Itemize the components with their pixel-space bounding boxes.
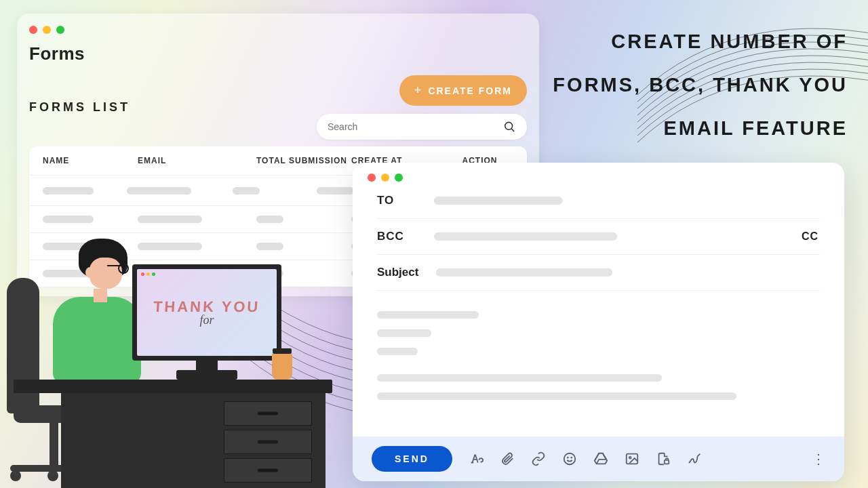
svg-rect-19 [665, 460, 669, 464]
maximize-icon[interactable] [395, 174, 403, 182]
col-total: TOTAL SUBMISSION [256, 156, 351, 165]
create-form-label: CREATE FORM [428, 85, 512, 96]
subject-input[interactable] [436, 268, 612, 277]
coffee-cup-illustration [271, 348, 293, 380]
more-options-icon[interactable]: ⋮ [812, 451, 825, 467]
attachment-icon[interactable] [500, 451, 515, 466]
col-email: EMAIL [138, 156, 256, 165]
page-title: Forms [29, 43, 527, 64]
email-body[interactable] [353, 295, 844, 436]
list-heading: FORMS LIST [29, 100, 130, 115]
image-icon[interactable] [625, 451, 639, 466]
search-input-wrap[interactable] [317, 114, 527, 140]
desk-illustration [61, 380, 326, 488]
signature-icon[interactable] [687, 451, 702, 466]
format-text-icon[interactable] [469, 451, 484, 466]
minimize-icon[interactable] [381, 174, 389, 182]
col-name: NAME [43, 156, 138, 165]
link-icon[interactable] [531, 451, 546, 466]
close-icon[interactable] [29, 26, 37, 34]
close-icon[interactable] [368, 174, 376, 182]
search-input[interactable] [328, 121, 503, 132]
maximize-icon[interactable] [56, 26, 64, 34]
svg-point-0 [505, 122, 513, 129]
drive-icon[interactable] [593, 451, 608, 466]
to-input[interactable] [434, 197, 563, 205]
svg-point-15 [568, 458, 568, 458]
hero-headline: CREATE NUMBER OF FORMS, BCC, THANK YOU E… [549, 20, 848, 150]
window-traffic-lights [29, 26, 527, 34]
send-button[interactable]: SEND [372, 446, 452, 472]
svg-point-16 [571, 458, 572, 458]
thank-you-subtext: for [199, 313, 214, 327]
create-form-button[interactable]: + CREATE FORM [399, 75, 527, 106]
confidential-icon[interactable] [656, 451, 671, 466]
minimize-icon[interactable] [43, 26, 51, 34]
emoji-icon[interactable] [562, 451, 577, 466]
email-compose-window: TO BCC CC Subject SEND ⋮ [353, 163, 844, 481]
bcc-label: BCC [377, 230, 416, 243]
svg-point-18 [629, 457, 631, 459]
search-icon [503, 120, 516, 134]
subject-label: Subject [377, 266, 418, 279]
window-traffic-lights [353, 163, 844, 187]
thank-you-text: THANK YOU [153, 298, 261, 316]
bcc-input[interactable] [434, 232, 617, 241]
plus-icon: + [414, 83, 423, 98]
cc-toggle[interactable]: CC [802, 230, 818, 243]
to-label: TO [377, 194, 416, 207]
svg-point-14 [564, 453, 576, 465]
svg-line-1 [512, 129, 515, 131]
compose-toolbar: SEND ⋮ [353, 436, 844, 481]
